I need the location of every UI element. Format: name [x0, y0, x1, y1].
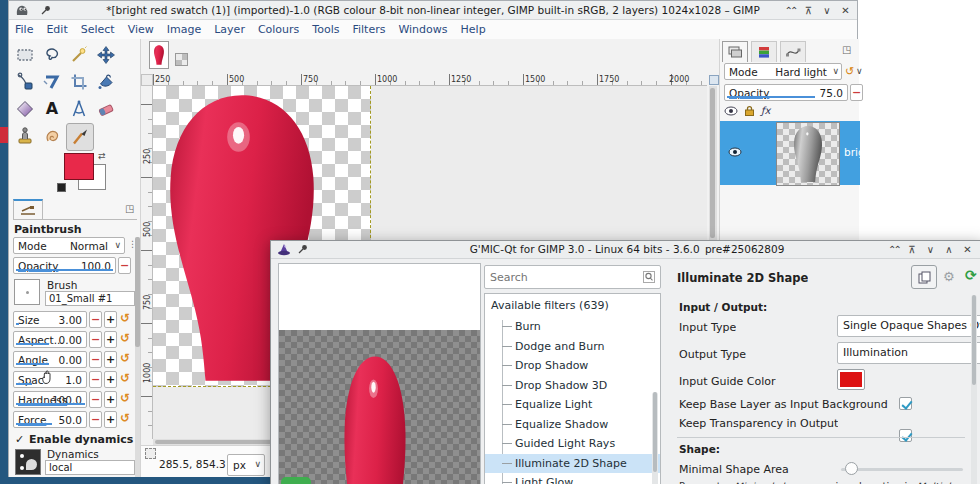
filter-tree[interactable]: Available filters (639) Burn Dodge and B…	[484, 293, 661, 484]
minimize-button[interactable]: ∨	[923, 244, 938, 255]
tool-gradient[interactable]	[12, 96, 38, 122]
eye-icon[interactable]	[724, 106, 738, 116]
tool-smudge[interactable]	[39, 123, 65, 149]
close-button[interactable]: ✕	[960, 244, 975, 255]
size-decrease-button[interactable]: −	[89, 311, 102, 328]
force-increase-button[interactable]: +	[104, 411, 117, 428]
gimp-titlebar[interactable]: *[bright red swatch (1)] (imported)-1.0 …	[9, 1, 857, 20]
navigation-button[interactable]	[709, 75, 719, 85]
foreground-color-swatch[interactable]	[64, 153, 94, 180]
params-scrollbar[interactable]	[971, 295, 977, 484]
aspect-slider[interactable]: Aspect... 0.00	[13, 331, 87, 348]
ruler-corner-button[interactable]	[141, 74, 153, 86]
eye-icon[interactable]	[728, 147, 742, 157]
tool-eraser[interactable]	[93, 96, 119, 122]
tool-scissors-select[interactable]	[12, 69, 38, 95]
panel-menu-icon[interactable]: ◳	[125, 203, 134, 214]
tool-free-select[interactable]	[39, 42, 65, 68]
menu-layer[interactable]: Layer	[214, 23, 245, 36]
spacing-increase-button[interactable]: +	[104, 371, 117, 388]
tool-measure[interactable]	[66, 96, 92, 122]
filter-item[interactable]: Drop Shadow 3D	[485, 376, 660, 396]
hardness-reset-icon[interactable]: ↺	[120, 391, 130, 405]
layer-opacity-slider[interactable]: Opacity 75.0	[724, 84, 848, 101]
guide-color-button[interactable]	[837, 369, 865, 390]
menu-windows[interactable]: Windows	[398, 23, 447, 36]
vertical-ruler[interactable]: 250 500 750 1000	[141, 86, 153, 439]
horizontal-ruler[interactable]: 250 500 750 1000 1250 1500 1750 2000	[153, 74, 707, 86]
tool-move[interactable]	[93, 42, 119, 68]
size-reset-icon[interactable]: ↺	[120, 311, 130, 325]
tab-layers[interactable]	[722, 41, 748, 62]
taskbar-peek-item[interactable]	[281, 477, 311, 484]
tab-paths[interactable]	[780, 41, 806, 62]
spacing-decrease-button[interactable]: −	[89, 371, 102, 388]
tab-tool-options[interactable]	[13, 199, 43, 220]
restore-button[interactable]: ∧	[942, 244, 957, 255]
opacity-slider[interactable]: Opacity 100.0	[13, 257, 116, 274]
keep-above-button[interactable]: ⌃⌃	[783, 5, 798, 16]
lock-fx-icon[interactable]: ƒx	[761, 105, 770, 116]
refresh-icon[interactable]: ⟳	[965, 267, 977, 283]
layer-opacity-decrease-button[interactable]: −	[850, 84, 863, 101]
brush-preview[interactable]	[14, 279, 40, 305]
menu-file[interactable]: File	[15, 23, 33, 36]
menu-edit[interactable]: Edit	[46, 23, 67, 36]
menu-colours[interactable]: Colours	[258, 23, 299, 36]
search-input[interactable]	[484, 265, 661, 289]
enable-dynamics-label[interactable]: Enable dynamics	[29, 433, 133, 446]
force-reset-icon[interactable]: ↺	[120, 411, 130, 425]
enable-dynamics-check-icon[interactable]: ✓	[15, 433, 24, 446]
menu-tools[interactable]: Tools	[312, 23, 339, 36]
menu-view[interactable]: View	[128, 23, 154, 36]
brush-name-field[interactable]: 01_Small #1	[45, 291, 135, 306]
slider-thumb[interactable]	[845, 462, 858, 475]
hardness-decrease-button[interactable]: −	[89, 391, 102, 408]
copy-command-button[interactable]	[911, 265, 937, 289]
output-type-select[interactable]: Illumination	[837, 342, 980, 364]
tool-paintbrush[interactable]	[66, 123, 94, 151]
gmic-preview-pane[interactable]	[278, 263, 481, 484]
filter-item-selected[interactable]: Illuminate 2D Shape	[485, 454, 660, 474]
keep-transparency-checkbox[interactable]	[899, 429, 912, 442]
tool-unified-transform[interactable]	[39, 69, 65, 95]
filter-item[interactable]: Light Glow	[485, 473, 660, 484]
shade-button[interactable]: ⊼	[905, 244, 920, 255]
filter-item[interactable]: Equalize Light	[485, 395, 660, 415]
aspect-decrease-button[interactable]: −	[89, 331, 102, 348]
chevron-down-icon[interactable]: ∨	[856, 66, 863, 76]
aspect-increase-button[interactable]: +	[104, 331, 117, 348]
angle-slider[interactable]: Angle 0.00	[13, 351, 87, 368]
shade-button[interactable]: ⊼	[801, 5, 816, 16]
dynamics-name-field[interactable]: local	[45, 460, 135, 475]
dynamics-preview[interactable]	[15, 449, 41, 475]
swap-colors-icon[interactable]: ⇄	[98, 151, 106, 161]
image-tab[interactable]	[149, 41, 169, 69]
input-type-select[interactable]: Single Opaque Shapes Over Tra	[837, 315, 980, 337]
hardness-slider[interactable]: Hardness 100.0	[13, 391, 87, 408]
force-decrease-button[interactable]: −	[89, 411, 102, 428]
tool-rectangle-select[interactable]	[12, 42, 38, 68]
paint-mode-select[interactable]: Mode Normal ∨	[13, 237, 125, 254]
menu-filters[interactable]: Filters	[352, 23, 385, 36]
default-colors-icon[interactable]	[57, 183, 66, 192]
keep-above-button[interactable]: ⌃⌃	[886, 244, 901, 255]
min-shape-area-slider[interactable]	[841, 468, 963, 471]
filter-item[interactable]: Burn	[485, 317, 660, 337]
mode-group-reset-icon[interactable]: ↺	[845, 65, 854, 78]
size-slider[interactable]: Size 3.00	[13, 311, 87, 328]
unit-select[interactable]: px ∨	[227, 454, 265, 476]
minimize-button[interactable]: ∨	[820, 5, 835, 16]
tool-crop[interactable]	[66, 69, 92, 95]
layer-name[interactable]: brigh	[844, 146, 871, 158]
keep-base-checkbox[interactable]	[899, 397, 912, 410]
opacity-decrease-button[interactable]: −	[118, 257, 131, 274]
filter-item[interactable]: Drop Shadow	[485, 356, 660, 376]
filter-tree-scrollbar[interactable]	[652, 392, 658, 484]
filter-item[interactable]: Guided Light Rays	[485, 434, 660, 454]
hardness-increase-button[interactable]: +	[104, 391, 117, 408]
menu-help[interactable]: Help	[461, 23, 486, 36]
force-slider[interactable]: Force 50.0	[13, 411, 87, 428]
layer-mode-select[interactable]: Mode Hard light ∨	[724, 63, 842, 80]
filter-item[interactable]: Dodge and Burn	[485, 337, 660, 357]
